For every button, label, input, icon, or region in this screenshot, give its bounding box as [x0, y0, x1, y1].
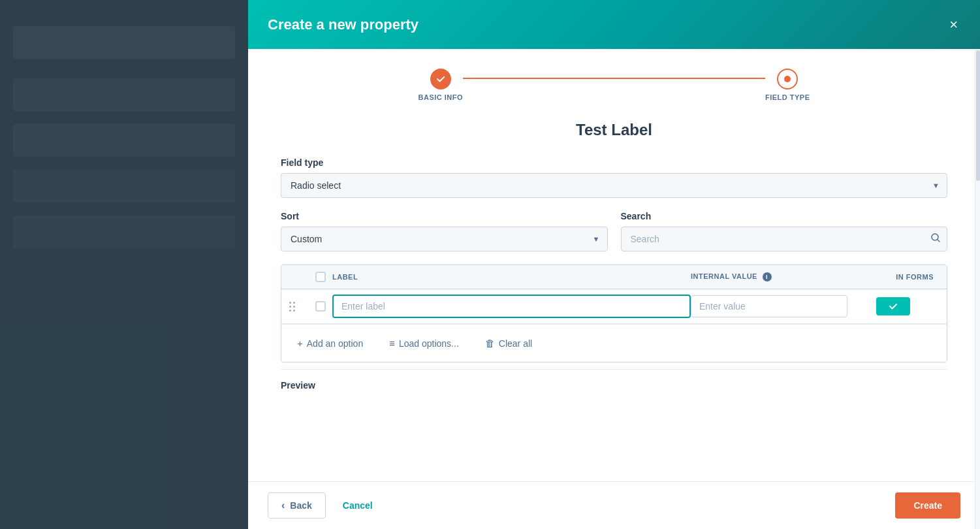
value-input-cell — [691, 295, 847, 317]
sort-section: Sort Custom — [281, 211, 608, 251]
row-checkbox[interactable] — [315, 301, 326, 312]
preview-section: Preview — [281, 369, 947, 396]
label-col-header: LABEL — [332, 273, 691, 281]
in-forms-col-header: IN FORMS — [847, 273, 939, 281]
property-title: Test Label — [281, 121, 947, 139]
create-button[interactable]: Create — [895, 492, 960, 519]
load-options-button[interactable]: ≡ Load options... — [384, 334, 464, 353]
select-all-checkbox-cell — [309, 272, 332, 282]
add-option-button[interactable]: + Add an option — [292, 334, 368, 353]
trash-icon: 🗑 — [485, 338, 495, 349]
info-icon: i — [763, 272, 772, 281]
action-bar: + Add an option ≡ Load options... 🗑 Clea… — [281, 324, 947, 362]
stepper: BASIC INFO FIELD TYPE — [281, 69, 947, 101]
search-wrapper — [621, 227, 948, 251]
search-icon-button[interactable] — [930, 232, 941, 246]
step1-circle — [430, 69, 451, 89]
value-input[interactable] — [691, 295, 847, 317]
field-type-select-wrapper: Radio select — [281, 173, 947, 198]
cancel-button[interactable]: Cancel — [336, 494, 379, 517]
back-chevron-icon: ‹ — [281, 500, 285, 511]
options-table: LABEL INTERNAL VALUE i IN FORMS — [281, 264, 947, 362]
sort-search-row: Sort Custom Search — [281, 211, 947, 251]
label-input[interactable] — [332, 295, 691, 318]
sort-select-wrapper: Custom — [281, 227, 608, 251]
modal-title: Create a new property — [268, 16, 419, 33]
drag-handle[interactable] — [289, 302, 309, 312]
step1-label: BASIC INFO — [419, 93, 464, 101]
toggle-cell — [847, 297, 939, 315]
in-forms-toggle[interactable] — [876, 297, 910, 315]
field-type-label: Field type — [281, 157, 947, 168]
modal-body: BASIC INFO FIELD TYPE Test Label Field t… — [248, 49, 980, 481]
search-input[interactable] — [621, 227, 948, 251]
internal-value-col-header: INTERNAL VALUE i — [691, 272, 847, 281]
modal-footer: ‹ Back Cancel Create — [248, 481, 980, 529]
clear-all-button[interactable]: 🗑 Clear all — [480, 334, 537, 353]
row-checkbox-cell — [309, 301, 332, 312]
create-property-modal: Create a new property × BASIC INFO — [248, 0, 980, 529]
scrollbar — [975, 49, 980, 529]
sort-label: Sort — [281, 211, 608, 221]
close-button[interactable]: × — [947, 15, 960, 35]
step-field-type: FIELD TYPE — [765, 69, 810, 101]
footer-left: ‹ Back Cancel — [268, 492, 379, 519]
back-button[interactable]: ‹ Back — [268, 492, 326, 519]
field-type-select[interactable]: Radio select — [281, 173, 947, 198]
step-connector — [463, 78, 765, 79]
step2-label: FIELD TYPE — [765, 93, 810, 101]
add-icon: + — [297, 338, 303, 349]
sort-select[interactable]: Custom — [281, 227, 608, 251]
scroll-thumb[interactable] — [976, 50, 980, 181]
select-all-checkbox[interactable] — [315, 272, 326, 282]
table-header: LABEL INTERNAL VALUE i IN FORMS — [281, 265, 947, 289]
table-row — [281, 289, 947, 324]
list-icon: ≡ — [389, 338, 395, 349]
label-input-cell — [332, 295, 691, 318]
step-basic-info: BASIC INFO — [419, 69, 464, 101]
field-type-section: Field type Radio select — [281, 157, 947, 198]
search-section: Search — [621, 211, 948, 251]
modal-header: Create a new property × — [248, 0, 980, 49]
step2-circle — [777, 69, 798, 89]
search-label: Search — [621, 211, 948, 221]
